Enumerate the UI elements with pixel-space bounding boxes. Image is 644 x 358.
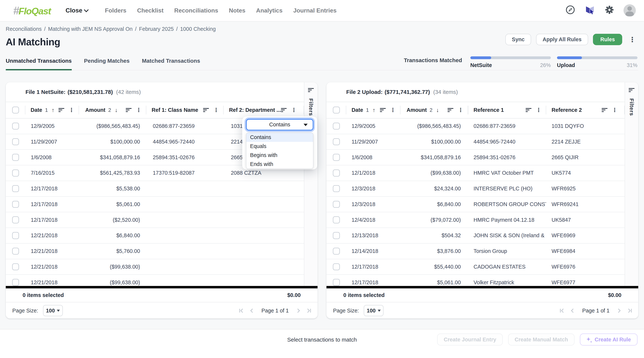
option-contains[interactable]: Contains xyxy=(246,133,313,142)
filters-panel-toggle[interactable]: Filters xyxy=(304,82,318,288)
row-checkbox[interactable] xyxy=(12,169,19,176)
filter-icon[interactable] xyxy=(58,107,64,112)
row-checkbox[interactable] xyxy=(333,201,340,208)
column-menu-icon[interactable]: ⋮ xyxy=(213,107,219,113)
column-header-date[interactable]: Date1↑⋮ xyxy=(25,102,79,118)
column-header-ref-1-class-name[interactable]: Ref 1: Class Name⋮ xyxy=(146,102,224,118)
option-ends-with[interactable]: Ends with xyxy=(246,159,313,168)
row-checkbox[interactable] xyxy=(12,123,19,129)
column-menu-icon[interactable]: ⋮ xyxy=(458,107,464,113)
user-avatar[interactable] xyxy=(624,4,636,17)
filter-icon[interactable] xyxy=(203,107,209,112)
tab-unmatched-transactions[interactable]: Unmatched Transactions xyxy=(6,58,72,70)
rules-button[interactable]: Rules xyxy=(593,34,622,45)
nav-item-analytics[interactable]: Analytics xyxy=(256,7,282,14)
settings-gear-icon[interactable] xyxy=(604,5,614,16)
sort-desc-icon[interactable]: ↓ xyxy=(436,107,439,113)
first-page-icon[interactable] xyxy=(559,308,564,313)
filter-icon[interactable] xyxy=(602,107,608,112)
row-checkbox[interactable] xyxy=(333,263,340,270)
nav-item-checklist[interactable]: Checklist xyxy=(137,7,164,14)
select-all-checkbox[interactable] xyxy=(333,107,340,113)
cell-ref2: 2665 QIJIR xyxy=(546,150,624,165)
page-size-select[interactable]: 100 xyxy=(43,305,63,316)
column-menu-icon[interactable]: ⋮ xyxy=(291,107,297,113)
tab-pending-matches[interactable]: Pending Matches xyxy=(84,58,130,70)
row-checkbox[interactable] xyxy=(333,279,340,286)
option-equals[interactable]: Equals xyxy=(246,142,313,151)
row-checkbox[interactable] xyxy=(333,169,340,176)
row-checkbox[interactable] xyxy=(333,232,340,239)
row-checkbox[interactable] xyxy=(12,279,19,286)
breadcrumb-account[interactable]: 1000 Checking xyxy=(180,26,216,32)
create-journal-entry-button[interactable]: Create Journal Entry xyxy=(437,333,503,345)
row-checkbox[interactable] xyxy=(333,185,340,192)
row-checkbox[interactable] xyxy=(12,232,19,239)
nav-item-notes[interactable]: Notes xyxy=(229,7,246,14)
last-page-icon[interactable] xyxy=(627,308,633,313)
breadcrumb-reconciliations[interactable]: Reconciliations xyxy=(6,26,42,32)
last-page-icon[interactable] xyxy=(306,308,312,313)
sort-asc-icon[interactable]: ↑ xyxy=(52,107,54,113)
create-ai-rule-button[interactable]: Create AI Rule xyxy=(580,333,638,345)
page-menu-kebab-icon[interactable]: ⋮ xyxy=(627,36,638,44)
next-page-icon[interactable] xyxy=(296,308,301,313)
row-checkbox[interactable] xyxy=(12,216,19,223)
sort-desc-icon[interactable]: ↓ xyxy=(115,107,118,113)
cell-date: 12/14/2018 xyxy=(346,244,400,259)
row-checkbox[interactable] xyxy=(333,138,340,145)
floqast-logo[interactable]: # FloQast xyxy=(13,4,51,17)
column-header-ref-2-department[interactable]: Ref 2: Department ...⋮ xyxy=(224,102,304,118)
filter-icon[interactable] xyxy=(281,107,287,112)
row-checkbox[interactable] xyxy=(333,123,340,129)
first-page-icon[interactable] xyxy=(238,308,244,313)
option-begins-with[interactable]: Begins with xyxy=(246,151,313,159)
nav-item-journal-entries[interactable]: Journal Entries xyxy=(293,7,337,14)
create-manual-match-button[interactable]: Create Manual Match xyxy=(508,333,575,345)
column-header-reference-1[interactable]: Reference 1⋮ xyxy=(468,102,546,118)
filter-icon[interactable] xyxy=(126,107,132,112)
column-header-reference-2[interactable]: Reference 2⋮ xyxy=(546,102,624,118)
filter-icon[interactable] xyxy=(380,107,386,112)
column-menu-icon[interactable]: ⋮ xyxy=(136,107,142,113)
row-checkbox[interactable] xyxy=(333,154,340,161)
column-menu-icon[interactable]: ⋮ xyxy=(536,107,541,113)
next-page-icon[interactable] xyxy=(616,308,622,313)
filter-operator-select[interactable]: Contains xyxy=(246,119,313,130)
sort-asc-icon[interactable]: ↑ xyxy=(372,107,375,113)
sync-button[interactable]: Sync xyxy=(505,34,531,45)
row-checkbox[interactable] xyxy=(12,248,19,255)
select-all-checkbox[interactable] xyxy=(12,107,19,113)
filters-panel-toggle[interactable]: Filters xyxy=(624,82,638,288)
tab-matched-transactions[interactable]: Matched Transactions xyxy=(142,58,200,70)
row-checkbox[interactable] xyxy=(12,138,19,145)
breadcrumb-matching[interactable]: Matching with JEM NS Approval On xyxy=(48,26,133,32)
horizontal-scrollbar[interactable] xyxy=(6,286,318,288)
column-header-date[interactable]: Date1↑⋮ xyxy=(346,102,400,118)
row-checkbox[interactable] xyxy=(333,216,340,223)
row-checkbox[interactable] xyxy=(333,248,340,255)
horizontal-scrollbar[interactable] xyxy=(326,286,638,288)
column-header-amount[interactable]: Amount2↓⋮ xyxy=(400,102,468,118)
prev-page-icon[interactable] xyxy=(249,308,254,313)
column-header-amount[interactable]: Amount2↓⋮ xyxy=(79,102,146,118)
filter-icon[interactable] xyxy=(526,107,532,112)
filter-icon[interactable] xyxy=(448,107,453,112)
row-checkbox[interactable] xyxy=(12,154,19,161)
row-checkbox[interactable] xyxy=(12,263,19,270)
column-menu-icon[interactable]: ⋮ xyxy=(612,107,617,113)
page-size-select[interactable]: 100 xyxy=(364,305,384,316)
column-menu-icon[interactable]: ⋮ xyxy=(390,107,396,113)
nav-close-menu[interactable]: Close xyxy=(66,7,88,14)
prev-page-icon[interactable] xyxy=(570,308,575,313)
docs-book-icon[interactable] xyxy=(584,4,596,17)
nav-item-folders[interactable]: Folders xyxy=(105,7,126,14)
row-checkbox[interactable] xyxy=(12,185,19,192)
breadcrumb-period[interactable]: February 2025 xyxy=(139,26,174,32)
column-menu-icon[interactable]: ⋮ xyxy=(69,107,74,113)
apply-all-rules-button[interactable]: Apply All Rules xyxy=(536,34,588,45)
compass-icon[interactable] xyxy=(565,5,576,17)
sort-order-badge: 1 xyxy=(45,107,48,113)
row-checkbox[interactable] xyxy=(12,201,19,208)
nav-item-reconciliations[interactable]: Reconciliations xyxy=(174,7,218,14)
